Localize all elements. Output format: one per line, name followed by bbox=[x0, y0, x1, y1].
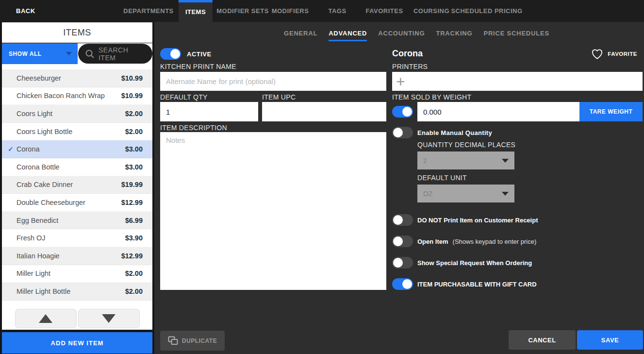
item-name: Egg Benedict bbox=[17, 217, 58, 224]
search-icon bbox=[85, 49, 95, 59]
option-row: Show Special Request When Ordering bbox=[392, 257, 538, 269]
detail-tab-advanced[interactable]: ADVANCED bbox=[329, 30, 367, 41]
item-row-miller-light-bottle[interactable]: Miller Light Bottle$2.00 bbox=[2, 283, 152, 301]
default-qty-label: DEFAULT QTY bbox=[160, 93, 208, 101]
nav-tab-favorites[interactable]: FAVORITES bbox=[359, 0, 410, 22]
duplicate-button[interactable]: DUPLICATE bbox=[160, 331, 225, 351]
item-price: $3.90 bbox=[125, 234, 152, 242]
detail-tab-general[interactable]: GENERAL bbox=[284, 30, 317, 41]
item-price: $12.99 bbox=[121, 199, 152, 206]
nav-tab-items[interactable]: ITEMS bbox=[179, 0, 213, 22]
default-unit-label: DEFAULT UNIT bbox=[417, 174, 467, 182]
item-name: Corona Bottle bbox=[17, 163, 60, 171]
add-printer-icon[interactable]: + bbox=[396, 74, 405, 89]
quantity-decimal-places-select[interactable]: 2 bbox=[417, 152, 514, 169]
default-unit-select[interactable]: OZ bbox=[417, 185, 514, 202]
active-toggle[interactable] bbox=[160, 48, 181, 60]
scroll-up-button[interactable] bbox=[15, 309, 77, 328]
open-item-toggle[interactable] bbox=[392, 236, 413, 247]
check-icon: ✓ bbox=[8, 145, 14, 153]
search-item-input[interactable]: SEARCH ITEM bbox=[78, 44, 152, 64]
search-placeholder: SEARCH ITEM bbox=[99, 46, 148, 62]
item-name: Corona bbox=[17, 145, 40, 153]
arrow-up-icon bbox=[39, 314, 52, 323]
back-button[interactable]: BACK bbox=[16, 0, 35, 22]
top-nav: BACK DEPARTMENTSITEMSMODIFIER SETSMODIFI… bbox=[0, 0, 644, 22]
nav-tab-modifiers[interactable]: MODIFIERS bbox=[265, 0, 316, 22]
save-button[interactable]: SAVE bbox=[577, 330, 643, 350]
item-purchasable-with-gift-card-toggle[interactable] bbox=[392, 278, 413, 290]
item-price: $10.99 bbox=[121, 74, 152, 82]
tare-weight-input[interactable] bbox=[417, 102, 579, 121]
cancel-button[interactable]: CANCEL bbox=[509, 330, 576, 350]
favorite-button[interactable]: FAVORITE bbox=[591, 48, 637, 60]
show-all-dropdown[interactable]: SHOW ALL bbox=[2, 43, 78, 64]
nav-tab-tags[interactable]: TAGS bbox=[321, 0, 353, 22]
kitchen-print-name-input[interactable] bbox=[160, 72, 386, 91]
option-label: Show Special Request When Ordering bbox=[417, 259, 532, 267]
item-name: Chicken Bacon Ranch Wrap bbox=[17, 92, 105, 100]
enable-manual-quantity-toggle[interactable] bbox=[392, 127, 413, 138]
item-name: Coors Light bbox=[17, 110, 52, 118]
item-row-chicken-bacon-ranch-wrap[interactable]: Chicken Bacon Ranch Wrap$10.99 bbox=[2, 87, 152, 105]
item-description-textarea[interactable] bbox=[160, 132, 386, 290]
chevron-down-icon bbox=[502, 159, 509, 163]
item-name: Italian Hoagie bbox=[17, 252, 60, 260]
item-price: $12.99 bbox=[121, 252, 152, 260]
item-row-double-cheeseburger[interactable]: Double Cheeseburger$12.99 bbox=[2, 194, 152, 212]
detail-tab-price-schedules[interactable]: PRICE SCHEDULES bbox=[483, 30, 549, 41]
scroll-down-button[interactable] bbox=[78, 309, 140, 328]
add-new-item-button[interactable]: ADD NEW ITEM bbox=[2, 332, 152, 354]
item-row-corona-bottle[interactable]: Corona Bottle$3.00 bbox=[2, 158, 152, 176]
item-name: Double Cheeseburger bbox=[17, 199, 85, 206]
detail-tab-tracking[interactable]: TRACKING bbox=[436, 30, 472, 41]
printers-box: + bbox=[392, 72, 643, 91]
item-row-egg-benedict[interactable]: Egg Benedict$6.99 bbox=[2, 212, 152, 230]
chevron-down-icon bbox=[66, 52, 72, 55]
quantity-decimal-places-value: 2 bbox=[423, 157, 502, 165]
item-row-miller-light[interactable]: Miller Light$2.00 bbox=[2, 265, 152, 283]
nav-tab-departments[interactable]: DEPARTMENTS bbox=[116, 0, 180, 22]
option-row: Open Item(Shows keypad to enter price) bbox=[392, 236, 538, 247]
sidebar: ITEMS SHOW ALL SEARCH ITEM Cheeseburger$… bbox=[0, 22, 154, 354]
option-label: Open Item bbox=[417, 238, 448, 245]
option-label: ITEM PURCHASABLE WITH GIFT CARD bbox=[417, 281, 537, 288]
sold-by-weight-label: ITEM SOLD BY WEIGHT bbox=[392, 93, 471, 101]
item-row-fresh-oj[interactable]: Fresh OJ$3.90 bbox=[2, 229, 152, 247]
sold-by-weight-toggle[interactable] bbox=[392, 106, 413, 118]
item-row-coors-light[interactable]: Coors Light$2.00 bbox=[2, 105, 152, 123]
item-price: $3.00 bbox=[125, 163, 152, 171]
do-not-print-item-on-customer-receipt-toggle[interactable] bbox=[392, 214, 413, 226]
option-row: ITEM PURCHASABLE WITH GIFT CARD bbox=[392, 278, 538, 290]
item-row-cheeseburger[interactable]: Cheeseburger$10.99 bbox=[2, 69, 152, 87]
item-upc-input[interactable] bbox=[262, 102, 386, 121]
printers-label: PRINTERS bbox=[392, 63, 428, 70]
item-name: Cheeseburger bbox=[17, 74, 61, 82]
heart-icon bbox=[591, 48, 604, 60]
detail-tab-accounting[interactable]: ACCOUNTING bbox=[378, 30, 425, 41]
item-name: Miller Light Bottle bbox=[17, 287, 70, 295]
item-list: Cheeseburger$10.99Chicken Bacon Ranch Wr… bbox=[2, 64, 152, 307]
item-upc-label: ITEM UPC bbox=[262, 93, 296, 101]
item-price: $19.99 bbox=[121, 181, 152, 188]
show-special-request-when-ordering-toggle[interactable] bbox=[392, 257, 413, 269]
list-scroll-controls bbox=[2, 307, 152, 330]
item-description-label: ITEM DESCRIPTION bbox=[160, 124, 227, 132]
option-note: (Shows keypad to enter price) bbox=[453, 238, 537, 245]
item-name: Fresh OJ bbox=[17, 234, 46, 242]
item-row-crab-cake-dinner[interactable]: Crab Cake Dinner$19.99 bbox=[2, 176, 152, 194]
default-qty-input[interactable] bbox=[160, 102, 258, 121]
item-row-corona[interactable]: ✓Corona$3.00 bbox=[2, 140, 152, 158]
detail-tabs: GENERALADVANCEDACCOUNTINGTRACKINGPRICE S… bbox=[284, 30, 549, 41]
item-price: $10.99 bbox=[121, 92, 152, 100]
show-all-label: SHOW ALL bbox=[9, 51, 42, 57]
item-row-coors-light-bottle[interactable]: Coors Light Bottle$2.00 bbox=[2, 123, 152, 141]
option-row: DO NOT Print Item on Customer Receipt bbox=[392, 214, 538, 226]
item-row-italian-hoagie[interactable]: Italian Hoagie$12.99 bbox=[2, 247, 152, 265]
nav-tab-scheduled-pricing[interactable]: SCHEDULED PRICING bbox=[444, 0, 529, 22]
active-label: ACTIVE bbox=[187, 51, 212, 58]
tare-weight-button[interactable]: TARE WEIGHT bbox=[579, 102, 643, 121]
arrow-down-icon bbox=[102, 314, 116, 323]
item-detail-panel: GENERALADVANCEDACCOUNTINGTRACKINGPRICE S… bbox=[154, 22, 644, 354]
item-name: Miller Light bbox=[17, 270, 50, 277]
